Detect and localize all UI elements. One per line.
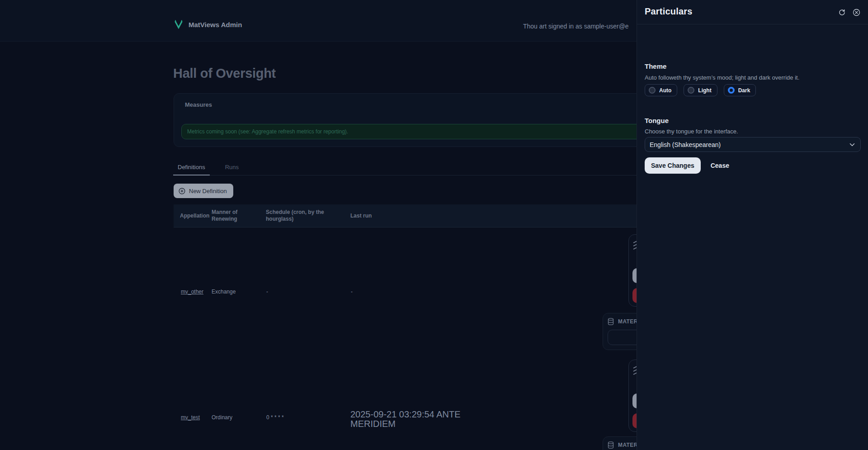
tongue-description: Choose thy tongue for the interface. — [645, 128, 738, 135]
metrics-alert: Metrics coming soon (see: Aggregate refr… — [181, 124, 687, 139]
theme-radio-group: Auto Light Dark — [645, 84, 756, 96]
refresh-icon[interactable] — [838, 8, 846, 16]
radio-circle-icon — [649, 87, 656, 94]
drawer-title: Particulars — [645, 6, 693, 17]
theme-description: Auto followeth thy system’s mood; light … — [645, 74, 799, 81]
theme-option-light[interactable]: Light — [684, 84, 717, 96]
language-select-value: English (Shakespearean) — [650, 141, 721, 148]
tab-bar: Definitions Runs — [174, 161, 694, 175]
new-definition-label: New Definition — [189, 188, 227, 194]
tongue-heading: Tongue — [645, 117, 669, 124]
language-select[interactable]: English (Shakespearean) — [645, 137, 861, 152]
theme-option-auto[interactable]: Auto — [645, 84, 677, 96]
materialized-card-label: MATER — [618, 442, 638, 448]
column-header-schedule: Schedule (cron, by the hourglass) — [266, 209, 338, 223]
theme-option-label: Light — [698, 87, 711, 94]
cancel-button[interactable]: Cease — [711, 157, 729, 174]
app-root: MatViews Admin Thou art signed in as sam… — [0, 0, 868, 450]
plus-circle-icon — [179, 188, 185, 194]
tab-runs[interactable]: Runs — [221, 161, 243, 175]
database-icon — [608, 318, 614, 325]
definition-link[interactable]: mv_other — [181, 289, 203, 295]
app-title: MatViews Admin — [189, 21, 242, 28]
materialized-card-header: MATER — [608, 318, 638, 325]
theme-option-label: Auto — [659, 87, 671, 94]
save-button[interactable]: Save Changes — [645, 157, 701, 174]
table-row-cell-appellation: mv_other — [181, 289, 203, 295]
brand: MatViews Admin — [174, 19, 242, 29]
table-row-cell-manner: Ordinary — [212, 414, 232, 421]
table-row-cell-last-run: 2025-09-21 03:29:54 ANTE MERIDIEM — [350, 410, 500, 429]
column-header-appellation: Appellation — [180, 213, 212, 219]
chevron-down-icon — [849, 143, 855, 147]
table-row-cell-appellation: mv_test — [181, 414, 200, 421]
close-icon[interactable] — [853, 8, 861, 16]
signed-in-status: Thou art signed in as sample-user@e — [523, 23, 629, 30]
column-header-manner: Manner of Renewing — [212, 209, 261, 223]
theme-heading: Theme — [645, 62, 666, 70]
definition-link[interactable]: mv_test — [181, 414, 200, 421]
metrics-alert-text: Metrics coming soon (see: Aggregate refr… — [187, 128, 348, 135]
database-icon — [608, 441, 614, 449]
brand-logo-icon — [174, 19, 184, 29]
new-definition-button[interactable]: New Definition — [174, 184, 233, 198]
drawer-header-icons — [838, 8, 861, 16]
theme-option-label: Dark — [738, 87, 750, 94]
table-row-cell-schedule: 0 * * * * — [266, 414, 284, 421]
table-row-cell-manner: Exchange — [212, 289, 236, 295]
settings-drawer: Particulars Theme Auto followet — [637, 0, 868, 450]
measures-card: Measures Metrics coming soon (see: Aggre… — [174, 93, 694, 147]
drawer-header: Particulars — [637, 0, 868, 24]
column-header-last-run: Last run — [350, 213, 405, 219]
measures-card-title: Measures — [185, 101, 212, 108]
radio-circle-icon — [728, 87, 735, 94]
page-title: Hall of Oversight — [173, 66, 276, 81]
table-row-cell-last-run: - — [351, 289, 353, 295]
tab-definitions[interactable]: Definitions — [173, 161, 210, 175]
materialized-card-label: MATER — [618, 318, 638, 325]
radio-circle-icon — [688, 87, 694, 94]
table-header-row: Appellation Manner of Renewing Schedule … — [174, 204, 694, 227]
materialized-card-header: MATER — [608, 441, 638, 449]
table-row-cell-schedule: - — [266, 289, 268, 295]
drawer-actions: Save Changes Cease — [645, 157, 729, 174]
theme-option-dark[interactable]: Dark — [724, 84, 756, 96]
